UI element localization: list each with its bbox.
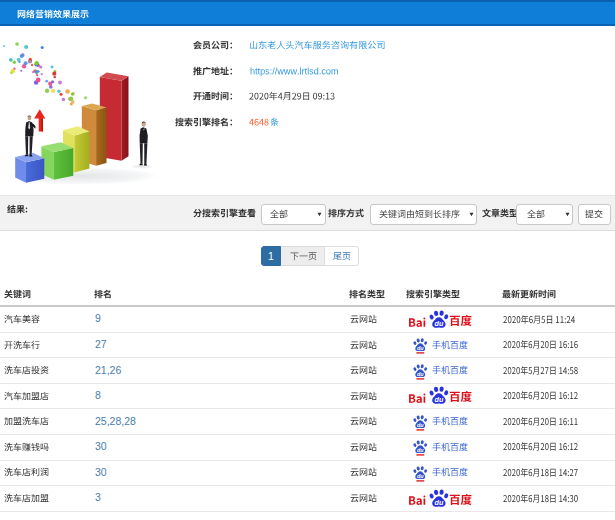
svg-text:du: du — [417, 472, 424, 478]
svg-text:du: du — [435, 498, 444, 507]
svg-text:du: du — [435, 396, 444, 405]
svg-text:du: du — [417, 370, 424, 376]
svg-text:du: du — [417, 345, 424, 351]
svg-text:du: du — [417, 421, 424, 427]
svg-text:du: du — [417, 447, 424, 453]
svg-text:du: du — [435, 319, 444, 328]
